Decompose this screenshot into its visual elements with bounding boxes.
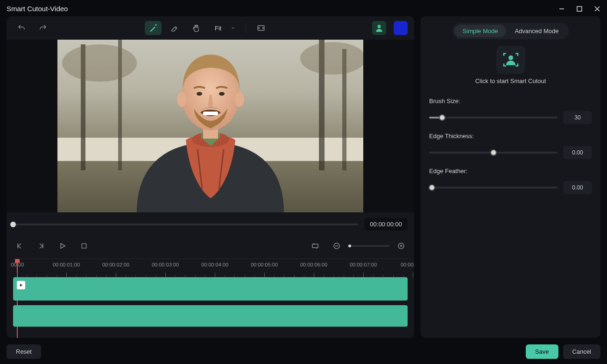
save-button[interactable]: Save <box>526 344 558 359</box>
zoom-value: Fit <box>215 25 221 32</box>
next-frame-button[interactable] <box>35 240 48 252</box>
svg-point-21 <box>235 92 244 107</box>
maximize-button[interactable] <box>576 6 583 12</box>
chevron-down-icon <box>231 26 235 30</box>
ruler-label: 00:00:02:00 <box>102 262 129 267</box>
brush-size-value[interactable]: 30 <box>563 111 592 124</box>
timeline: :00:0000:00:01:0000:00:02:0000:00:03:000… <box>7 258 414 338</box>
video-clip[interactable] <box>13 277 408 301</box>
tab-simple-mode[interactable]: Simple Mode <box>454 25 507 37</box>
stop-button[interactable] <box>78 240 91 252</box>
svg-rect-24 <box>203 112 218 115</box>
editor-panel: Fit <box>7 16 414 338</box>
svg-point-34 <box>508 56 513 60</box>
play-button[interactable] <box>56 240 69 252</box>
toolbar: Fit <box>7 16 414 40</box>
eraser-tool[interactable] <box>166 21 183 35</box>
start-smart-cutout-button[interactable] <box>496 46 525 74</box>
mode-tabs: Simple Mode Advanced Mode <box>452 23 569 39</box>
edge-feather-label: Edge Feather: <box>429 168 592 175</box>
zoom-out-button[interactable] <box>330 240 343 252</box>
window-controls <box>558 6 600 12</box>
compare-toggle[interactable] <box>253 21 269 35</box>
play-icon <box>17 281 25 289</box>
timeline-ruler[interactable]: :00:0000:00:01:0000:00:02:0000:00:03:000… <box>13 259 408 277</box>
window-title: Smart Cutout-Video <box>7 5 68 13</box>
svg-rect-27 <box>82 244 86 248</box>
cancel-button[interactable]: Cancel <box>563 344 600 359</box>
titlebar: Smart Cutout-Video <box>0 0 607 16</box>
close-button[interactable] <box>594 6 600 12</box>
edge-feather-value[interactable]: 0.00 <box>563 181 592 194</box>
brush-add-tool[interactable] <box>145 21 162 35</box>
ruler-label: 00:00:04:00 <box>201 262 228 267</box>
audio-clip[interactable] <box>13 305 408 327</box>
undo-button[interactable] <box>13 21 30 35</box>
svg-point-16 <box>300 42 363 75</box>
scrub-slider[interactable] <box>13 224 359 225</box>
preview-canvas[interactable] <box>7 40 414 212</box>
brush-size-slider[interactable] <box>429 117 558 119</box>
zoom-in-button[interactable] <box>395 240 408 252</box>
reset-button[interactable]: Reset <box>7 344 41 359</box>
svg-point-15 <box>62 44 137 82</box>
timecode: 00:00:00:00 <box>364 218 408 231</box>
smart-cutout-icon <box>501 50 520 69</box>
brush-size-label: Brush Size: <box>429 98 592 105</box>
svg-point-22 <box>197 92 202 96</box>
ruler-label: 00:00:03:00 <box>152 262 179 267</box>
edge-thickness-label: Edge Thickness: <box>429 133 592 140</box>
crop-mark-button[interactable] <box>309 240 322 252</box>
edge-feather-slider[interactable] <box>429 187 558 189</box>
ruler-label: 00:00:08:0 <box>401 262 414 267</box>
settings-panel: Simple Mode Advanced Mode Click to start… <box>421 16 600 338</box>
ruler-label: 00:00:07:00 <box>350 262 377 267</box>
foreground-preview-swatch[interactable] <box>372 21 386 35</box>
transport-controls <box>7 234 414 258</box>
background-preview-swatch[interactable] <box>394 21 408 35</box>
svg-rect-1 <box>577 7 582 11</box>
ruler-label: 00:00:06:00 <box>300 262 327 267</box>
playbar: 00:00:00:00 <box>7 212 414 234</box>
svg-point-20 <box>177 92 186 107</box>
timeline-zoom-slider[interactable] <box>348 245 390 247</box>
svg-point-23 <box>219 92 225 96</box>
zoom-select[interactable]: Fit <box>209 21 239 35</box>
redo-button[interactable] <box>35 21 51 35</box>
tab-advanced-mode[interactable]: Advanced Mode <box>506 25 567 37</box>
edge-thickness-value[interactable]: 0.00 <box>563 146 592 159</box>
prev-frame-button[interactable] <box>13 240 26 252</box>
ruler-label: 00:00:01:00 <box>53 262 80 267</box>
svg-rect-28 <box>312 244 318 248</box>
edge-thickness-slider[interactable] <box>429 152 558 154</box>
cutout-caption: Click to start Smart Cutout <box>429 77 592 84</box>
minimize-button[interactable] <box>558 6 565 12</box>
person-icon <box>374 23 384 33</box>
pan-tool[interactable] <box>188 21 205 35</box>
footer: Reset Save Cancel <box>0 344 607 364</box>
svg-point-7 <box>378 25 381 28</box>
video-frame <box>57 40 363 212</box>
ruler-label: 00:00:05:00 <box>251 262 278 267</box>
ruler-label: :00:00 <box>10 262 24 267</box>
